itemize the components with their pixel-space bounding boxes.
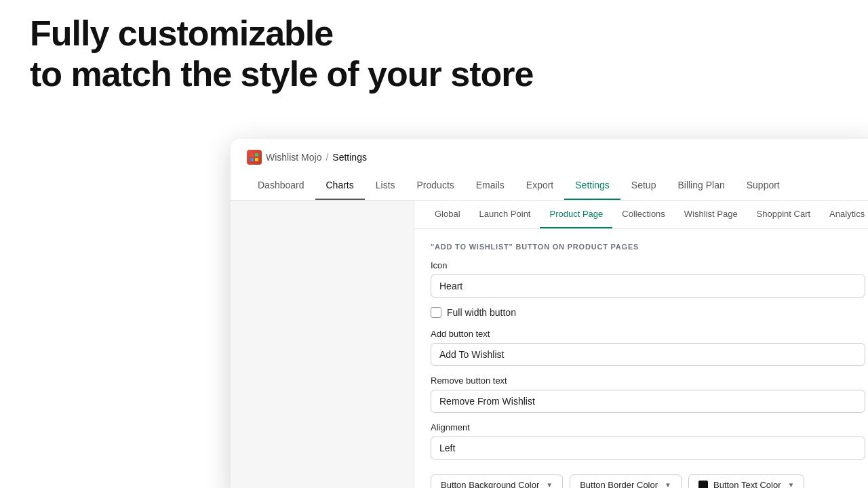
breadcrumb-app-name: Wishlist Mojo <box>266 152 321 163</box>
breadcrumb-separator: / <box>326 152 328 163</box>
nav-tabs: Dashboard Charts Lists Products Emails E… <box>247 174 865 200</box>
border-color-label: Button Border Color <box>580 480 658 488</box>
alignment-label: Alignment <box>431 422 865 432</box>
svg-rect-0 <box>250 153 254 157</box>
border-color-button[interactable]: Button Border Color ▼ <box>570 474 682 488</box>
tab-billing[interactable]: Billing Plan <box>667 174 735 200</box>
tab-export[interactable]: Export <box>515 174 564 200</box>
border-color-arrow: ▼ <box>665 481 671 488</box>
alignment-input[interactable] <box>431 436 865 460</box>
icon-input[interactable] <box>431 274 865 298</box>
tab-support[interactable]: Support <box>736 174 791 200</box>
breadcrumb: Wishlist Mojo / Settings <box>247 150 865 165</box>
tab-charts[interactable]: Charts <box>315 174 365 200</box>
sub-tab-analytics[interactable]: Analytics <box>820 201 868 228</box>
tab-dashboard[interactable]: Dashboard <box>247 174 315 200</box>
sub-tab-launch-point[interactable]: Launch Point <box>470 201 540 228</box>
content-area: "ADD TO WISHLIST" BUTTON ON PRODUCT PAGE… <box>414 229 868 488</box>
section-title: "ADD TO WISHLIST" BUTTON ON PRODUCT PAGE… <box>431 243 865 251</box>
tab-setup[interactable]: Setup <box>620 174 667 200</box>
sub-tab-product-page[interactable]: Product Page <box>540 201 612 228</box>
text-color-button[interactable]: Button Text Color ▼ <box>688 474 804 488</box>
full-width-checkbox-row: Full width button <box>431 307 865 318</box>
right-panel: Global Launch Point Product Page Collect… <box>414 201 868 488</box>
window-body: Global Launch Point Product Page Collect… <box>231 201 868 488</box>
add-button-text-label: Add button text <box>431 329 865 339</box>
sub-nav: Global Launch Point Product Page Collect… <box>414 201 868 229</box>
breadcrumb-page-name: Settings <box>332 152 367 163</box>
sub-tab-shopping-cart[interactable]: Shoppint Cart <box>747 201 821 228</box>
left-panel <box>231 201 414 488</box>
hero-line2: to match the style of your store <box>30 54 533 94</box>
app-logo <box>247 150 262 165</box>
svg-rect-2 <box>250 158 254 161</box>
icon-field-label: Icon <box>431 260 865 270</box>
color-buttons-row: Button Background Color ▼ Button Border … <box>431 474 865 488</box>
text-color-arrow: ▼ <box>787 481 794 488</box>
sub-tab-collections[interactable]: Collections <box>612 201 675 228</box>
window-header: Wishlist Mojo / Settings Dashboard Chart… <box>231 139 868 201</box>
hero-line1: Fully customizable <box>30 14 333 53</box>
bg-color-label: Button Background Color <box>441 480 539 488</box>
tab-lists[interactable]: Lists <box>365 174 406 200</box>
full-width-label: Full width button <box>447 307 516 318</box>
app-window: Wishlist Mojo / Settings Dashboard Chart… <box>231 139 868 488</box>
text-color-swatch <box>698 481 708 489</box>
sub-tab-wishlist-page[interactable]: Wishlist Page <box>675 201 747 228</box>
bg-color-arrow: ▼ <box>546 481 553 488</box>
hero-section: Fully customizable to match the style of… <box>30 14 533 95</box>
svg-rect-3 <box>255 158 258 161</box>
bg-color-button[interactable]: Button Background Color ▼ <box>431 474 563 488</box>
sub-tab-global[interactable]: Global <box>425 201 470 228</box>
text-color-label: Button Text Color <box>713 480 781 488</box>
full-width-checkbox[interactable] <box>431 307 441 318</box>
add-button-text-input[interactable] <box>431 343 865 366</box>
tab-settings[interactable]: Settings <box>564 174 620 200</box>
tab-products[interactable]: Products <box>406 174 465 200</box>
tab-emails[interactable]: Emails <box>465 174 515 200</box>
svg-rect-1 <box>255 153 258 157</box>
remove-button-text-label: Remove button text <box>431 375 865 386</box>
remove-button-text-input[interactable] <box>431 390 865 413</box>
